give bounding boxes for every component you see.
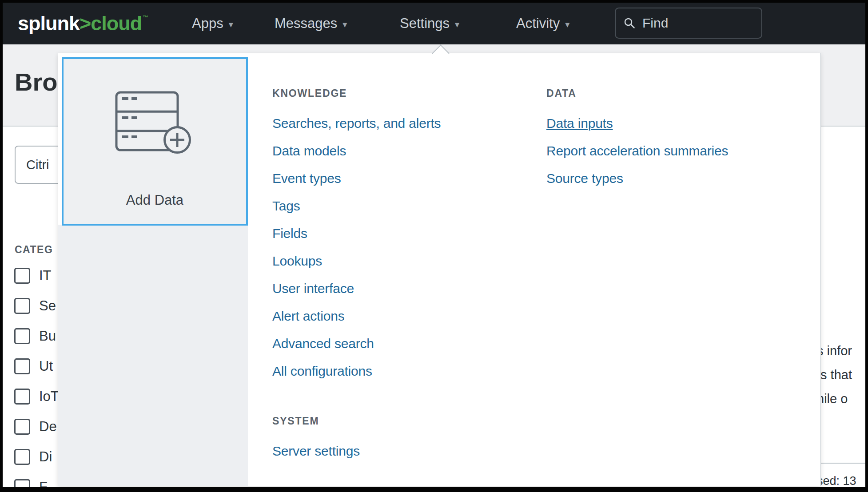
logo-text-cloud: cloud [91,12,142,35]
category-checkbox[interactable] [14,449,30,465]
category-label: IT [39,268,52,284]
menu-section-header-data: DATA [546,81,728,105]
category-checkbox[interactable] [14,479,30,492]
text-fragment-line: ts that [817,363,852,387]
category-row-di: Di [14,442,59,472]
menu-group-data: DATA Data inputsReport acceleration summ… [546,81,728,192]
category-row-bu: Bu [14,321,59,351]
category-label: F [39,479,48,492]
add-data-tile[interactable]: Add Data [62,57,248,226]
app-window: Bro CATEG ITSeBuUtIoTDeDiF s inforts tha… [0,0,868,492]
category-row-de: De [14,412,59,442]
category-row-iot: IoT [14,381,59,412]
nav-item-label: Settings [400,16,450,32]
top-nav-bar: splunk > cloud ™ Apps▾Messages▾Settings▾… [3,3,865,44]
menu-item-alert-actions[interactable]: Alert actions [272,302,441,330]
chevron-down-icon: ▾ [229,17,233,30]
nav-item-messages[interactable]: Messages▾ [275,3,347,44]
splunk-cloud-logo[interactable]: splunk > cloud ™ [18,3,148,44]
category-label: Di [39,449,52,465]
menu-item-event-types[interactable]: Event types [272,165,441,192]
menu-item-server-settings[interactable]: Server settings [272,437,360,465]
release-info-fragment: sed: 13 [817,474,856,488]
category-checkbox[interactable] [14,328,30,344]
menu-section-header-knowledge: KNOWLEDGE [272,81,441,105]
nav-item-label: Apps [192,16,223,32]
chevron-down-icon: ▾ [342,17,347,30]
category-checkbox[interactable] [14,298,30,314]
nav-item-label: Activity [516,16,560,32]
find-search-input[interactable] [641,15,750,31]
menu-item-data-inputs[interactable]: Data inputs [546,110,728,137]
dropdown-left-column [58,225,248,486]
menu-item-advanced-search[interactable]: Advanced search [272,330,441,357]
text-fragment-line: s infor [817,339,852,363]
category-label: Bu [39,328,56,344]
menu-item-user-interface[interactable]: User interface [272,275,441,302]
category-section-header: CATEG [15,244,53,256]
category-checkbox-list: ITSeBuUtIoTDeDiF [14,261,59,492]
nav-item-activity[interactable]: Activity▾ [516,3,569,44]
nav-item-label: Messages [275,16,337,32]
menu-item-lookups[interactable]: Lookups [272,247,441,275]
chevron-down-icon: ▾ [565,17,569,30]
menu-item-source-types[interactable]: Source types [546,165,728,192]
category-row-f: F [14,472,59,492]
app-description-text-fragment: s inforts thathile o [817,339,852,411]
nav-item-apps[interactable]: Apps▾ [192,3,233,44]
category-label: Se [39,298,56,314]
category-checkbox[interactable] [14,268,30,284]
menu-item-searches-reports-and-alerts[interactable]: Searches, reports, and alerts [272,110,441,137]
category-row-ut: Ut [14,351,59,381]
menu-item-report-acceleration-summaries[interactable]: Report acceleration summaries [546,137,728,165]
text-fragment-line: hile o [817,387,852,411]
category-checkbox[interactable] [14,419,30,435]
category-label: IoT [39,389,59,405]
category-row-se: Se [14,291,59,321]
add-data-label: Add Data [64,192,246,208]
logo-gt-icon: > [80,12,91,35]
category-checkbox[interactable] [14,358,30,374]
menu-item-data-models[interactable]: Data models [272,137,441,165]
trademark-mark: ™ [143,14,148,21]
horizontal-divider [818,463,867,464]
chevron-down-icon: ▾ [455,17,459,30]
menu-item-all-configurations[interactable]: All configurations [272,357,441,385]
find-search-box[interactable] [615,8,762,39]
category-label: Ut [39,358,53,374]
logo-text-splunk: splunk [18,12,80,35]
nav-item-settings[interactable]: Settings▾ [400,3,459,44]
page-title: Bro [15,67,57,96]
menu-group-knowledge: KNOWLEDGE Searches, reports, and alertsD… [272,81,441,385]
server-stack-plus-icon [115,91,191,154]
menu-section-header-system: SYSTEM [272,409,360,433]
category-checkbox[interactable] [14,389,30,405]
menu-item-tags[interactable]: Tags [272,192,441,220]
category-row-it: IT [14,261,59,291]
menu-item-fields[interactable]: Fields [272,220,441,247]
category-label: De [39,419,57,435]
settings-dropdown-menu: Add Data KNOWLEDGE Searches, reports, an… [58,53,821,486]
menu-group-system: SYSTEM Server settings [272,409,360,465]
search-icon [624,17,636,29]
